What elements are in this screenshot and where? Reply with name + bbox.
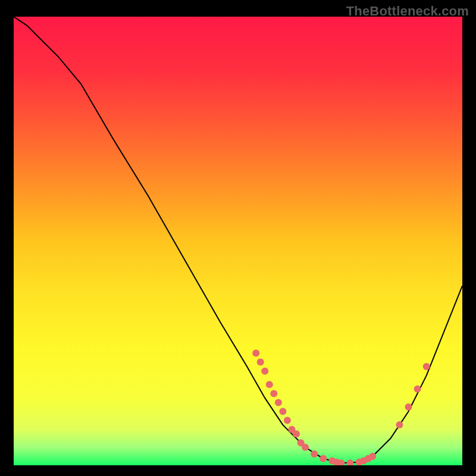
chart-point [279, 408, 286, 415]
chart-point [320, 455, 327, 462]
chart-point [369, 453, 376, 460]
chart-point [396, 421, 403, 428]
chart-point [261, 368, 268, 375]
chart-point [423, 363, 430, 370]
chart-point [405, 403, 412, 411]
chart-point [257, 359, 264, 366]
chart-point [275, 399, 282, 406]
chart-point [266, 381, 273, 388]
chart-point [284, 417, 291, 424]
chart-point [414, 386, 421, 393]
chart-point [302, 444, 309, 451]
chart-point [293, 430, 300, 437]
chart-plot-area [14, 17, 462, 465]
chart-point [252, 350, 259, 357]
chart-point [270, 390, 277, 397]
chart-point [311, 450, 318, 458]
chart-svg [14, 17, 462, 465]
chart-frame: TheBottleneck.com [0, 0, 476, 476]
